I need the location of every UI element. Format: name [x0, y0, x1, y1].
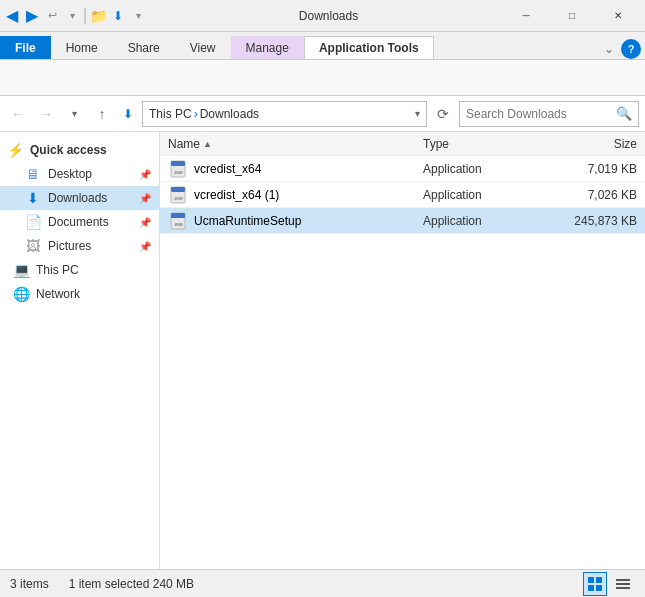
back-icon[interactable]: ◀	[4, 8, 20, 24]
tab-view[interactable]: View	[175, 36, 231, 59]
ribbon-tabs: File Home Share View Manage Application …	[0, 32, 645, 60]
path-downloads-icon: ⬇	[118, 104, 138, 124]
file-icon-2: .exe	[168, 185, 188, 205]
svg-rect-11	[588, 585, 594, 591]
divider	[84, 8, 86, 24]
status-bar: 3 items 1 item selected 240 MB	[0, 569, 645, 597]
sidebar-label-documents: Documents	[48, 215, 109, 229]
address-bar: ← → ▾ ↑ ⬇ This PC › Downloads ▾ ⟳ 🔍	[0, 96, 645, 132]
search-input[interactable]	[466, 107, 616, 121]
file-name-1: .exe vcredist_x64	[160, 159, 415, 179]
sidebar-item-quick-access[interactable]: ⚡ Quick access	[0, 138, 159, 162]
path-downloads[interactable]: Downloads	[200, 107, 259, 121]
refresh-button[interactable]: ⟳	[431, 102, 455, 126]
svg-rect-9	[588, 577, 594, 583]
svg-rect-14	[616, 583, 630, 585]
undo-icon[interactable]: ↩	[44, 8, 60, 24]
tab-share[interactable]: Share	[113, 36, 175, 59]
svg-rect-10	[596, 577, 602, 583]
ribbon-chevron[interactable]: ⌄	[601, 41, 617, 57]
file-list-header: Name ▲ Type Size	[160, 132, 645, 156]
item-count: 3 items	[10, 577, 49, 591]
col-size-label: Size	[614, 137, 637, 151]
recent-locations-button[interactable]: ▾	[62, 102, 86, 126]
sidebar-item-desktop[interactable]: 🖥 Desktop 📌	[0, 162, 159, 186]
maximize-button[interactable]: □	[549, 0, 595, 32]
col-name-label: Name	[168, 137, 200, 151]
desktop-pin-icon: 📌	[139, 169, 151, 180]
file-icon-3: .exe	[168, 211, 188, 231]
folder-icon: 📁	[90, 8, 106, 24]
sidebar-item-pictures[interactable]: 🖼 Pictures 📌	[0, 234, 159, 258]
file-list: Name ▲ Type Size .exe vcredist_x	[160, 132, 645, 569]
col-header-name[interactable]: Name ▲	[160, 137, 415, 151]
sidebar-item-network[interactable]: 🌐 Network	[0, 282, 159, 306]
back-button[interactable]: ←	[6, 102, 30, 126]
view-grid-button[interactable]	[583, 572, 607, 596]
network-icon: 🌐	[12, 285, 30, 303]
quick-access-icon[interactable]: ▶	[24, 8, 40, 24]
svg-rect-1	[171, 161, 185, 166]
path-separator: ›	[194, 107, 198, 121]
pictures-pin-icon: 📌	[139, 241, 151, 252]
file-type-2: Application	[415, 188, 545, 202]
file-name-label-3: UcmaRuntimeSetup	[194, 214, 301, 228]
tab-manage[interactable]: Manage	[231, 36, 304, 59]
window-title: Downloads	[154, 9, 503, 23]
sidebar-item-downloads[interactable]: ⬇ Downloads 📌	[0, 186, 159, 210]
sidebar-label-desktop: Desktop	[48, 167, 92, 181]
path-dropdown[interactable]: ▾	[415, 108, 420, 119]
sidebar-item-documents[interactable]: 📄 Documents 📌	[0, 210, 159, 234]
file-row-1[interactable]: .exe vcredist_x64 Application 7,019 KB	[160, 156, 645, 182]
ribbon-placeholder	[6, 72, 25, 84]
col-header-size[interactable]: Size	[545, 137, 645, 151]
sidebar-label-downloads: Downloads	[48, 191, 107, 205]
view-controls	[583, 572, 635, 596]
close-button[interactable]: ✕	[595, 0, 641, 32]
downloads-pin-icon: 📌	[139, 193, 151, 204]
file-size-3: 245,873 KB	[545, 214, 645, 228]
view-list-button[interactable]	[611, 572, 635, 596]
path-this-pc[interactable]: This PC	[149, 107, 192, 121]
minimize-button[interactable]: ─	[503, 0, 549, 32]
tab-application-tools[interactable]: Application Tools	[304, 36, 434, 59]
file-row-2[interactable]: .exe vcredist_x64 (1) Application 7,026 …	[160, 182, 645, 208]
this-pc-icon: 💻	[12, 261, 30, 279]
sidebar: ⚡ Quick access 🖥 Desktop 📌 ⬇ Downloads 📌…	[0, 132, 160, 569]
file-size-1: 7,019 KB	[545, 162, 645, 176]
search-box[interactable]: 🔍	[459, 101, 639, 127]
downloads-icon: ⬇	[110, 8, 126, 24]
up-button[interactable]: ↑	[90, 102, 114, 126]
col-type-label: Type	[423, 137, 449, 151]
svg-rect-4	[171, 187, 185, 192]
documents-pin-icon: 📌	[139, 217, 151, 228]
search-icon[interactable]: 🔍	[616, 106, 632, 121]
file-name-3: .exe UcmaRuntimeSetup	[160, 211, 415, 231]
col-name-sort: ▲	[203, 139, 212, 149]
sidebar-label-network: Network	[36, 287, 80, 301]
sidebar-label-quick-access: Quick access	[30, 143, 107, 157]
file-row-3[interactable]: .exe UcmaRuntimeSetup Application 245,87…	[160, 208, 645, 234]
title-bar-icons: ◀ ▶ ↩ ▾ 📁 ⬇ ▾	[4, 8, 146, 24]
svg-rect-7	[171, 213, 185, 218]
svg-text:.exe: .exe	[173, 169, 183, 175]
ribbon-content	[0, 60, 645, 96]
pictures-icon: 🖼	[24, 237, 42, 255]
dropdown-icon[interactable]: ▾	[64, 8, 80, 24]
col-header-type[interactable]: Type	[415, 137, 545, 151]
expand-icon[interactable]: ▾	[130, 8, 146, 24]
file-type-3: Application	[415, 214, 545, 228]
file-size-2: 7,026 KB	[545, 188, 645, 202]
forward-button[interactable]: →	[34, 102, 58, 126]
help-button[interactable]: ?	[621, 39, 641, 59]
window-controls: ─ □ ✕	[503, 0, 641, 32]
svg-rect-13	[616, 579, 630, 581]
sidebar-item-this-pc[interactable]: 💻 This PC	[0, 258, 159, 282]
main-area: ⚡ Quick access 🖥 Desktop 📌 ⬇ Downloads 📌…	[0, 132, 645, 569]
svg-rect-15	[616, 587, 630, 589]
address-path[interactable]: This PC › Downloads ▾	[142, 101, 427, 127]
tab-file[interactable]: File	[0, 36, 51, 59]
downloads-sidebar-icon: ⬇	[24, 189, 42, 207]
documents-icon: 📄	[24, 213, 42, 231]
tab-home[interactable]: Home	[51, 36, 113, 59]
